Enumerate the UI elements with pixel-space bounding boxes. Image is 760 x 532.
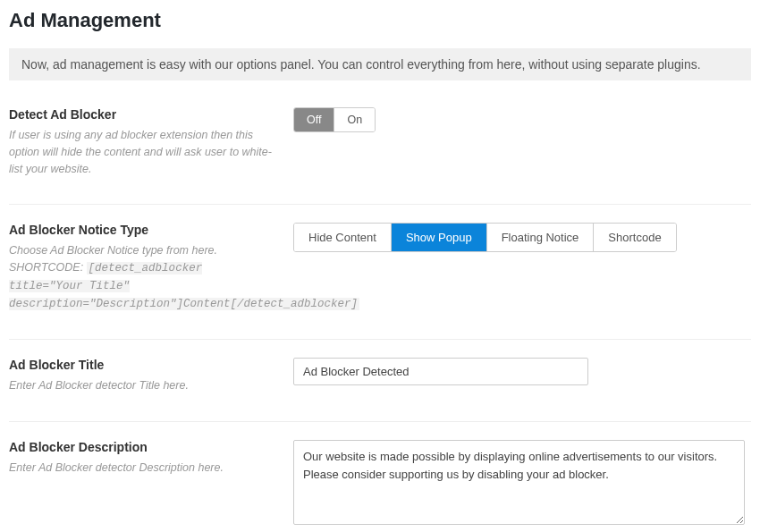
- notice-type-show-popup-button[interactable]: Show Popup: [391, 224, 486, 251]
- option-row-adblocker-description: Ad Blocker Description Enter Ad Blocker …: [9, 440, 751, 532]
- adblocker-description-textarea[interactable]: [293, 440, 745, 525]
- adblocker-description-label: Ad Blocker Description: [9, 440, 275, 454]
- adblocker-description-desc: Enter Ad Blocker detector Description he…: [9, 460, 275, 477]
- notice-type-hide-content-button[interactable]: Hide Content: [294, 224, 391, 251]
- notice-type-desc: Choose Ad Blocker Notice type from here.…: [9, 242, 275, 312]
- notice-type-floating-notice-button[interactable]: Floating Notice: [486, 224, 594, 251]
- detect-adblocker-toggle: Off On: [293, 107, 376, 132]
- adblocker-title-input[interactable]: [293, 358, 588, 385]
- notice-type-shortcode-button[interactable]: Shortcode: [593, 224, 675, 251]
- adblocker-title-desc: Enter Ad Blocker detector Title here.: [9, 377, 275, 394]
- detect-adblocker-label: Detect Ad Blocker: [9, 107, 275, 122]
- notice-type-button-group: Hide Content Show Popup Floating Notice …: [293, 223, 677, 252]
- toggle-off-button[interactable]: Off: [294, 108, 334, 131]
- info-notice: Now, ad management is easy with our opti…: [9, 48, 751, 80]
- toggle-on-button[interactable]: On: [334, 108, 375, 131]
- detect-adblocker-desc: If user is using any ad blocker extensio…: [9, 127, 275, 177]
- page-title: Ad Management: [9, 9, 751, 32]
- adblocker-title-label: Ad Blocker Title: [9, 358, 275, 372]
- option-row-detect-adblocker: Detect Ad Blocker If user is using any a…: [9, 107, 751, 205]
- notice-type-label: Ad Blocker Notice Type: [9, 223, 275, 237]
- option-row-notice-type: Ad Blocker Notice Type Choose Ad Blocker…: [9, 223, 751, 340]
- option-row-adblocker-title: Ad Blocker Title Enter Ad Blocker detect…: [9, 358, 751, 422]
